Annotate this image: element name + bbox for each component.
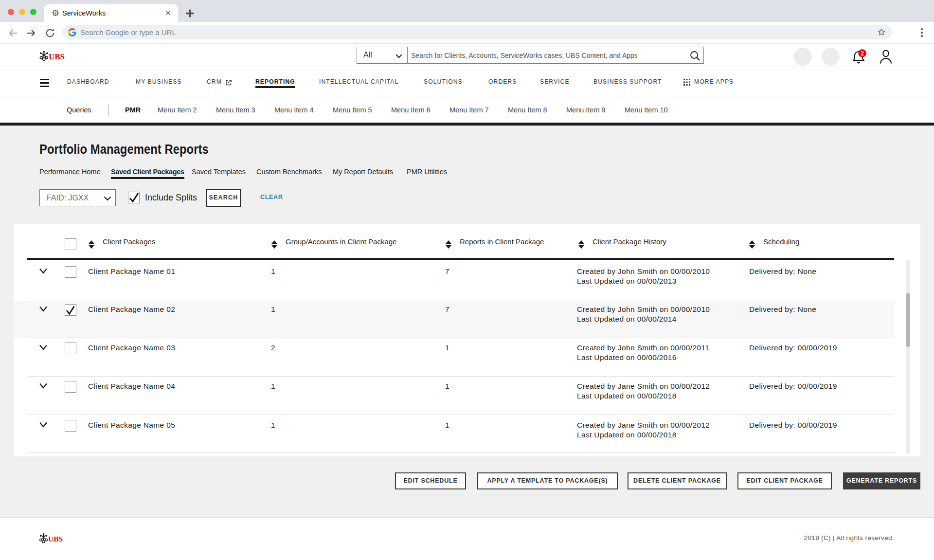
svg-text:2: 2 bbox=[861, 50, 864, 57]
svg-text:UBS: UBS bbox=[49, 52, 65, 61]
svg-text:UBS: UBS bbox=[48, 535, 63, 543]
